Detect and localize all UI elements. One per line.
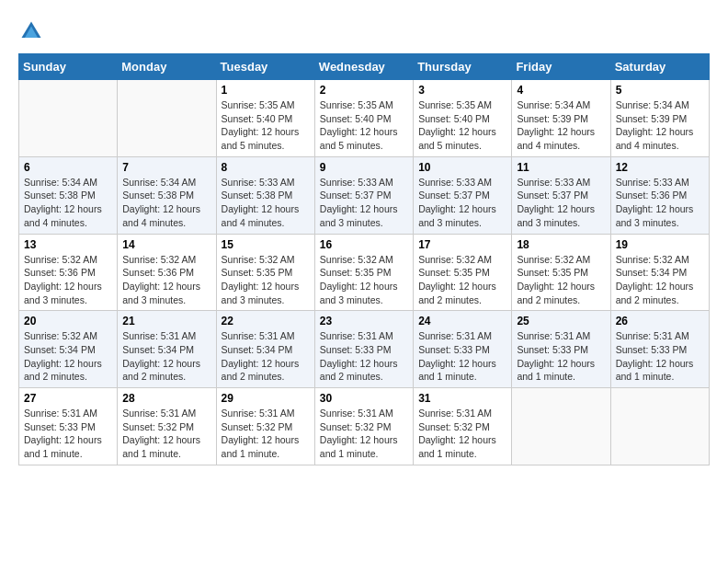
day-number: 4 — [517, 84, 605, 97]
day-number: 6 — [24, 161, 112, 174]
day-info: Sunrise: 5:31 AM Sunset: 5:33 PM Dayligh… — [320, 329, 408, 384]
day-number: 31 — [418, 392, 506, 405]
weekday-header-tuesday: Tuesday — [216, 54, 314, 80]
calendar-cell: 7Sunrise: 5:34 AM Sunset: 5:38 PM Daylig… — [118, 156, 216, 234]
calendar-cell: 6Sunrise: 5:34 AM Sunset: 5:38 PM Daylig… — [19, 156, 118, 234]
day-number: 1 — [222, 84, 310, 97]
day-info: Sunrise: 5:31 AM Sunset: 5:33 PM Dayligh… — [24, 407, 112, 461]
calendar-cell: 3Sunrise: 5:35 AM Sunset: 5:40 PM Daylig… — [414, 80, 512, 157]
weekday-header-saturday: Saturday — [610, 54, 709, 80]
calendar-week-1: 1Sunrise: 5:35 AM Sunset: 5:40 PM Daylig… — [19, 80, 710, 157]
day-number: 5 — [616, 84, 704, 97]
day-number: 15 — [222, 238, 310, 251]
calendar-cell: 17Sunrise: 5:32 AM Sunset: 5:35 PM Dayli… — [414, 234, 512, 311]
calendar-cell: 29Sunrise: 5:31 AM Sunset: 5:32 PM Dayli… — [216, 388, 314, 465]
day-number: 3 — [418, 84, 506, 97]
day-number: 24 — [418, 315, 506, 327]
day-number: 17 — [418, 238, 506, 251]
calendar-cell: 28Sunrise: 5:31 AM Sunset: 5:32 PM Dayli… — [118, 388, 216, 465]
day-number: 23 — [320, 315, 408, 327]
day-number: 21 — [122, 315, 210, 327]
day-info: Sunrise: 5:31 AM Sunset: 5:32 PM Dayligh… — [122, 407, 210, 461]
calendar-cell: 12Sunrise: 5:33 AM Sunset: 5:36 PM Dayli… — [610, 156, 709, 234]
calendar-cell: 25Sunrise: 5:31 AM Sunset: 5:33 PM Dayli… — [512, 311, 610, 388]
day-number: 9 — [320, 161, 408, 174]
day-info: Sunrise: 5:31 AM Sunset: 5:33 PM Dayligh… — [418, 329, 506, 384]
day-info: Sunrise: 5:32 AM Sunset: 5:36 PM Dayligh… — [24, 253, 112, 307]
day-info: Sunrise: 5:32 AM Sunset: 5:34 PM Dayligh… — [616, 253, 704, 307]
day-number: 18 — [517, 238, 605, 251]
calendar-week-5: 27Sunrise: 5:31 AM Sunset: 5:33 PM Dayli… — [19, 388, 710, 465]
calendar-cell: 22Sunrise: 5:31 AM Sunset: 5:34 PM Dayli… — [216, 311, 314, 388]
logo — [18, 18, 48, 44]
day-number: 10 — [418, 161, 506, 174]
weekday-header-friday: Friday — [512, 54, 610, 80]
page-header — [18, 18, 710, 44]
day-info: Sunrise: 5:34 AM Sunset: 5:39 PM Dayligh… — [517, 98, 605, 153]
calendar-cell: 5Sunrise: 5:34 AM Sunset: 5:39 PM Daylig… — [610, 80, 709, 157]
calendar-cell: 16Sunrise: 5:32 AM Sunset: 5:35 PM Dayli… — [314, 234, 413, 311]
day-number: 27 — [24, 392, 112, 405]
day-info: Sunrise: 5:31 AM Sunset: 5:34 PM Dayligh… — [222, 329, 310, 384]
day-info: Sunrise: 5:33 AM Sunset: 5:37 PM Dayligh… — [418, 176, 506, 230]
day-number: 25 — [517, 315, 605, 327]
day-info: Sunrise: 5:33 AM Sunset: 5:37 PM Dayligh… — [517, 176, 605, 230]
calendar-cell: 10Sunrise: 5:33 AM Sunset: 5:37 PM Dayli… — [414, 156, 512, 234]
day-info: Sunrise: 5:32 AM Sunset: 5:35 PM Dayligh… — [517, 253, 605, 307]
day-info: Sunrise: 5:33 AM Sunset: 5:36 PM Dayligh… — [616, 176, 704, 230]
day-number: 26 — [616, 315, 704, 327]
weekday-header-thursday: Thursday — [414, 54, 512, 80]
calendar-cell: 15Sunrise: 5:32 AM Sunset: 5:35 PM Dayli… — [216, 234, 314, 311]
day-info: Sunrise: 5:31 AM Sunset: 5:32 PM Dayligh… — [418, 407, 506, 461]
day-number: 19 — [616, 238, 704, 251]
day-number: 13 — [24, 238, 112, 251]
day-number: 8 — [222, 161, 310, 174]
day-number: 14 — [122, 238, 210, 251]
day-info: Sunrise: 5:32 AM Sunset: 5:35 PM Dayligh… — [418, 253, 506, 307]
day-info: Sunrise: 5:31 AM Sunset: 5:33 PM Dayligh… — [517, 329, 605, 384]
day-info: Sunrise: 5:35 AM Sunset: 5:40 PM Dayligh… — [418, 98, 506, 153]
day-info: Sunrise: 5:33 AM Sunset: 5:38 PM Dayligh… — [222, 176, 310, 230]
logo-icon — [18, 18, 44, 44]
day-number: 16 — [320, 238, 408, 251]
day-info: Sunrise: 5:34 AM Sunset: 5:38 PM Dayligh… — [122, 176, 210, 230]
calendar-week-4: 20Sunrise: 5:32 AM Sunset: 5:34 PM Dayli… — [19, 311, 710, 388]
calendar-cell: 13Sunrise: 5:32 AM Sunset: 5:36 PM Dayli… — [19, 234, 118, 311]
calendar-cell: 24Sunrise: 5:31 AM Sunset: 5:33 PM Dayli… — [414, 311, 512, 388]
calendar-cell: 18Sunrise: 5:32 AM Sunset: 5:35 PM Dayli… — [512, 234, 610, 311]
calendar-cell: 31Sunrise: 5:31 AM Sunset: 5:32 PM Dayli… — [414, 388, 512, 465]
weekday-header-wednesday: Wednesday — [314, 54, 413, 80]
calendar-cell: 1Sunrise: 5:35 AM Sunset: 5:40 PM Daylig… — [216, 80, 314, 157]
day-info: Sunrise: 5:32 AM Sunset: 5:35 PM Dayligh… — [222, 253, 310, 307]
day-info: Sunrise: 5:35 AM Sunset: 5:40 PM Dayligh… — [320, 98, 408, 153]
calendar-cell: 2Sunrise: 5:35 AM Sunset: 5:40 PM Daylig… — [314, 80, 413, 157]
calendar-cell — [512, 388, 610, 465]
calendar-cell: 9Sunrise: 5:33 AM Sunset: 5:37 PM Daylig… — [314, 156, 413, 234]
calendar-cell: 20Sunrise: 5:32 AM Sunset: 5:34 PM Dayli… — [19, 311, 118, 388]
calendar-cell: 8Sunrise: 5:33 AM Sunset: 5:38 PM Daylig… — [216, 156, 314, 234]
calendar-cell: 4Sunrise: 5:34 AM Sunset: 5:39 PM Daylig… — [512, 80, 610, 157]
day-number: 22 — [222, 315, 310, 327]
day-number: 2 — [320, 84, 408, 97]
calendar-cell: 11Sunrise: 5:33 AM Sunset: 5:37 PM Dayli… — [512, 156, 610, 234]
calendar-cell — [19, 80, 118, 157]
weekday-header-sunday: Sunday — [19, 54, 118, 80]
calendar-week-2: 6Sunrise: 5:34 AM Sunset: 5:38 PM Daylig… — [19, 156, 710, 234]
day-info: Sunrise: 5:34 AM Sunset: 5:39 PM Dayligh… — [616, 98, 704, 153]
day-number: 30 — [320, 392, 408, 405]
day-number: 29 — [222, 392, 310, 405]
calendar-cell: 27Sunrise: 5:31 AM Sunset: 5:33 PM Dayli… — [19, 388, 118, 465]
calendar-cell — [610, 388, 709, 465]
day-info: Sunrise: 5:35 AM Sunset: 5:40 PM Dayligh… — [222, 98, 310, 153]
days-header-row: SundayMondayTuesdayWednesdayThursdayFrid… — [19, 54, 710, 80]
calendar-cell: 21Sunrise: 5:31 AM Sunset: 5:34 PM Dayli… — [118, 311, 216, 388]
calendar-cell: 23Sunrise: 5:31 AM Sunset: 5:33 PM Dayli… — [314, 311, 413, 388]
calendar-cell: 14Sunrise: 5:32 AM Sunset: 5:36 PM Dayli… — [118, 234, 216, 311]
day-info: Sunrise: 5:32 AM Sunset: 5:34 PM Dayligh… — [24, 329, 112, 384]
day-number: 12 — [616, 161, 704, 174]
day-number: 11 — [517, 161, 605, 174]
day-info: Sunrise: 5:32 AM Sunset: 5:35 PM Dayligh… — [320, 253, 408, 307]
day-info: Sunrise: 5:31 AM Sunset: 5:32 PM Dayligh… — [320, 407, 408, 461]
calendar-week-3: 13Sunrise: 5:32 AM Sunset: 5:36 PM Dayli… — [19, 234, 710, 311]
weekday-header-monday: Monday — [118, 54, 216, 80]
